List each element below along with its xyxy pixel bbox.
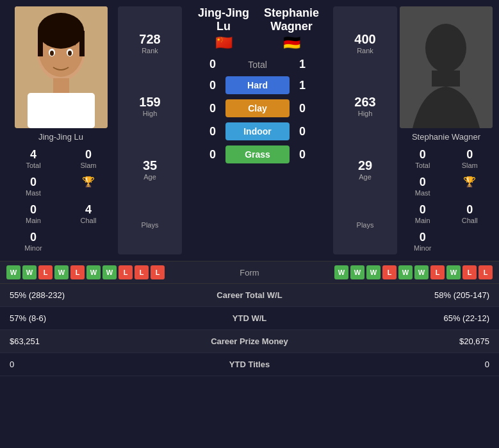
main-container: Jing-Jing Lu 4 Total 0 Slam 0 Mast 🏆 — [0, 0, 499, 376]
form-badge-left: W — [22, 265, 37, 279]
stat-left-val: 57% (8-6) — [0, 307, 175, 330]
right-total-stat: 0 Total — [400, 145, 446, 172]
player-right-name-center: Stephanie Wagner 🇩🇪 — [258, 6, 325, 51]
svg-point-13 — [425, 24, 466, 72]
stats-row: 55% (288-232) Career Total W/L 58% (205-… — [0, 284, 499, 307]
right-trophy-icon: 🏆 — [447, 173, 493, 199]
form-badge-right: W — [366, 265, 380, 279]
stat-right-val: 58% (205-147) — [324, 284, 499, 307]
left-high-block: 159 High — [124, 95, 176, 117]
stat-left-val: 0 — [0, 353, 175, 376]
form-badge-right: W — [334, 265, 348, 279]
right-minor-stat: 0 Minor — [400, 228, 446, 254]
grass-button[interactable]: Grass — [225, 145, 290, 163]
left-mast-stat: 0 Mast — [6, 173, 60, 199]
player-right-name-below: Stephanie Wagner — [412, 132, 480, 142]
svg-point-11 — [68, 51, 72, 56]
player-left-name-below: Jing-Jing Lu — [38, 132, 83, 142]
form-badge-left: L — [151, 265, 165, 279]
top-section: Jing-Jing Lu 4 Total 0 Slam 0 Mast 🏆 — [0, 0, 499, 261]
svg-point-3 — [38, 13, 84, 49]
right-high-block: 263 High — [339, 95, 391, 117]
svg-rect-14 — [432, 71, 460, 87]
player-left-mid-stats: 728 Rank 159 High 35 Age Plays — [118, 6, 182, 254]
form-row: WWLWLWWLLL Form WWWLWWLWLL — [0, 261, 499, 284]
right-rank-block: 400 Rank — [339, 32, 391, 54]
stat-center-label: YTD Titles — [175, 353, 325, 376]
svg-rect-5 — [79, 31, 85, 56]
form-badge-right: W — [398, 265, 413, 279]
form-badge-right: L — [382, 265, 397, 279]
stat-left-val: $63,251 — [0, 330, 175, 353]
form-badge-right: L — [462, 265, 477, 279]
left-rank-block: 728 Rank — [124, 32, 176, 54]
player-left-photo — [15, 6, 108, 128]
total-row: 0 Total 1 — [200, 58, 315, 71]
right-main-stat: 0 Main — [400, 201, 446, 227]
center-section: Jing-Jing Lu 🇨🇳 Stephanie Wagner 🇩🇪 0 To… — [184, 6, 331, 254]
form-label: Form — [211, 268, 288, 278]
svg-rect-6 — [53, 78, 69, 94]
stat-center-label: Career Total W/L — [175, 284, 325, 307]
indoor-row: 0 Indoor 0 — [200, 122, 315, 140]
left-trophy-icon: 🏆 — [61, 173, 115, 199]
left-plays-block: Plays — [124, 221, 176, 229]
form-badge-right: W — [446, 265, 461, 279]
left-main-stat: 0 Main — [6, 201, 60, 227]
form-badge-right: W — [414, 265, 429, 279]
stat-right-val: 0 — [324, 353, 499, 376]
right-age-block: 29 Age — [339, 158, 391, 181]
left-minor-stat: 0 Minor — [6, 228, 60, 254]
player-right-stats: 0 Total 0 Slam 0 Mast 🏆 0 Main — [400, 145, 493, 254]
stats-row: 0 YTD Titles 0 — [0, 353, 499, 376]
form-badge-left: W — [54, 265, 69, 279]
player-left-stats: 4 Total 0 Slam 0 Mast 🏆 0 Main — [6, 145, 115, 254]
right-plays-block: Plays — [339, 221, 391, 229]
stats-row: 57% (8-6) YTD W/L 65% (22-12) — [0, 307, 499, 330]
stats-table: 55% (288-232) Career Total W/L 58% (205-… — [0, 284, 499, 376]
right-chall-stat: 0 Chall — [447, 201, 493, 227]
indoor-button[interactable]: Indoor — [225, 122, 290, 140]
form-badge-right: W — [350, 265, 364, 279]
stats-row: $63,251 Career Prize Money $20,675 — [0, 330, 499, 353]
form-badge-left: W — [6, 265, 20, 279]
form-badge-left: L — [135, 265, 149, 279]
svg-rect-4 — [38, 31, 43, 56]
player-left-section: Jing-Jing Lu 4 Total 0 Slam 0 Mast 🏆 — [6, 6, 115, 254]
hard-row: 0 Hard 1 — [200, 76, 315, 94]
form-badge-left: L — [38, 265, 53, 279]
stat-right-val: $20,675 — [324, 330, 499, 353]
form-badge-left: L — [119, 265, 133, 279]
form-badge-right: L — [430, 265, 445, 279]
player-right-section: Stephanie Wagner 0 Total 0 Slam 0 Mast 🏆 — [400, 6, 493, 254]
svg-point-10 — [50, 51, 54, 56]
stat-center-label: YTD W/L — [175, 307, 325, 330]
hard-button[interactable]: Hard — [225, 76, 290, 94]
left-age-block: 35 Age — [124, 158, 176, 181]
left-slam-stat: 0 Slam — [61, 145, 115, 172]
form-badge-left: W — [102, 265, 117, 279]
stat-left-val: 55% (288-232) — [0, 284, 175, 307]
left-total-stat: 4 Total — [6, 145, 60, 172]
form-badge-right: L — [479, 265, 493, 279]
left-chall-stat: 4 Chall — [61, 201, 115, 227]
player-left-name-center: Jing-Jing Lu 🇨🇳 — [190, 6, 258, 51]
stat-right-val: 65% (22-12) — [324, 307, 499, 330]
right-slam-stat: 0 Slam — [447, 145, 493, 172]
clay-row: 0 Clay 0 — [200, 99, 315, 117]
grass-row: 0 Grass 0 — [200, 145, 315, 163]
form-badge-left: W — [86, 265, 101, 279]
player-right-photo — [400, 6, 493, 128]
right-mast-stat: 0 Mast — [400, 173, 446, 199]
svg-rect-7 — [28, 93, 95, 128]
form-right: WWWLWWLWLL — [288, 265, 493, 279]
clay-button[interactable]: Clay — [225, 99, 290, 117]
form-badge-left: L — [70, 265, 85, 279]
form-left: WWLWLWWLLL — [6, 265, 211, 279]
player-right-mid-stats: 400 Rank 263 High 29 Age Plays — [333, 6, 397, 254]
stat-center-label: Career Prize Money — [175, 330, 325, 353]
